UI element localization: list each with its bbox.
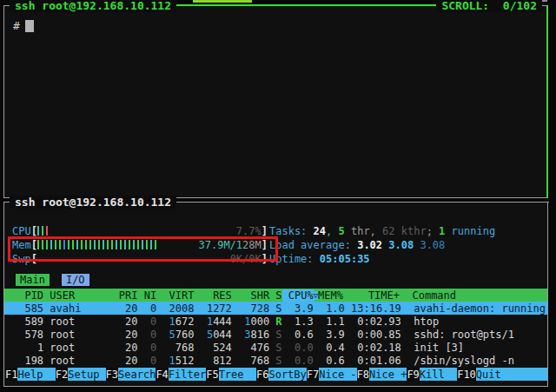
bottom-terminal-pane[interactable]: ssh root@192.168.10.112 CPU[ 7.7% ] Mem[… [3, 202, 548, 387]
cell-shr: 3816 [232, 329, 269, 341]
fkey-number: F5 [206, 368, 218, 381]
column-header-mem[interactable]: MEM% [318, 289, 343, 302]
fkey-f3[interactable]: F3Search [106, 368, 156, 381]
text-segment: S [275, 342, 281, 354]
text-segment: 0.6 [295, 329, 314, 341]
cell-res: 524 [194, 342, 231, 354]
top-pane-titlebar: ssh root@192.168.10.112 SCROLL: 0/102 [3, 0, 548, 12]
text-segment: /sbin/syslogd -n [414, 355, 514, 367]
fkey-f6[interactable]: F6SortBy [256, 368, 307, 381]
fkey-f4[interactable]: F4Filter [156, 368, 206, 381]
text-segment: htop [414, 316, 439, 328]
uptime: Uptime: 05:05:35 [269, 252, 370, 265]
cell-pri: 20 [113, 329, 138, 341]
text-segment: sshd: root@pts/1 [414, 329, 514, 341]
column-header-user[interactable]: USER [43, 289, 112, 302]
fkey-f7[interactable]: F7Nice - [307, 368, 357, 381]
text-segment: 578 [24, 329, 43, 341]
text-segment: S [275, 329, 281, 341]
text-segment: S [275, 355, 281, 367]
column-header-shr[interactable]: SHR [232, 289, 269, 302]
shell-prompt-line[interactable]: # [13, 19, 34, 32]
text-segment: 20 [125, 329, 137, 341]
process-table-header: PIDUSERPRINIVIRTRESSHRSCPU%▽MEM%TIME+Com… [4, 289, 547, 302]
text-segment: 2008 [169, 302, 195, 315]
top-terminal-pane[interactable]: ssh root@192.168.10.112 SCROLL: 0/102 # [3, 5, 548, 198]
text-segment: avahi-daemon: running [414, 302, 546, 315]
fkey-f8[interactable]: F8Nice + [357, 368, 407, 381]
scroll-label: SCROLL: [441, 0, 489, 12]
text-segment: 768 [175, 342, 195, 354]
process-row-198[interactable]: 198root2001512812768S0.00.60:01.06/sbin/… [4, 354, 547, 367]
cell-cpu: 0.6 [282, 329, 314, 341]
text-segment: 0 [150, 342, 156, 354]
column-header-s[interactable]: S [269, 289, 281, 302]
column-header-res[interactable]: RES [194, 289, 231, 302]
text-segment: 20 [125, 342, 137, 354]
text-segment: 5 [338, 225, 344, 237]
meter-bar-tick [37, 226, 39, 236]
cell-shr: 728 [232, 302, 269, 315]
scroll-indicator: SCROLL: 0/102 [436, 0, 542, 12]
text-segment: running [445, 225, 495, 237]
fkey-f2[interactable]: F2Setup [56, 368, 106, 381]
bottom-pane-titlebar: ssh root@192.168.10.112 [3, 195, 549, 209]
column-header-pid[interactable]: PID [12, 289, 43, 302]
process-row-589[interactable]: 589root200167214441000R1.31.10:02.93htop [4, 315, 547, 328]
cell-cmd: init [3] [401, 342, 464, 354]
cell-pid: 198 [12, 355, 43, 367]
pane-corner [543, 202, 549, 203]
text-segment: S [275, 289, 281, 302]
text-segment: 20 [125, 302, 137, 315]
cell-time: 13:16.19 [345, 302, 401, 315]
cell-ni: 0 [137, 355, 156, 367]
cell-cmd: sshd: root@pts/1 [401, 329, 514, 341]
tab-io[interactable]: I/O [62, 274, 89, 286]
text-segment: PID [24, 289, 43, 302]
cell-ni: 0 [137, 316, 156, 328]
text-segment: 0:02.18 [357, 342, 401, 354]
text-segment: 0 [150, 355, 156, 367]
column-header-cpu[interactable]: CPU% [282, 289, 314, 302]
text-segment: 476 [250, 342, 269, 354]
mem-highlight-annotation [8, 236, 278, 262]
cell-pid: 589 [12, 316, 43, 328]
cell-mem: 1.0 [320, 302, 345, 315]
fkey-f1[interactable]: F1Help [5, 368, 56, 381]
column-header-time[interactable]: TIME+ [343, 289, 400, 302]
text-segment: 589 [24, 316, 43, 328]
fkey-label: Help [17, 368, 55, 381]
tab-main[interactable]: Main [16, 274, 50, 286]
fkey-number: F1 [5, 368, 17, 381]
top-pane-title: ssh root@192.168.10.112 [10, 0, 176, 12]
cell-ni: 0 [137, 302, 156, 315]
column-header-ni[interactable]: NI [137, 289, 156, 302]
fkey-number: F8 [357, 368, 369, 381]
cell-cpu: 0.0 [282, 342, 314, 354]
process-row-1[interactable]: 1root200768524476S0.00.40:02.18init [3] [4, 341, 547, 354]
text-segment: TIME+ [368, 289, 400, 302]
text-segment: root [50, 342, 75, 354]
process-row-585[interactable]: 585avahi20020081272728S3.91.013:16.19ava… [4, 302, 547, 315]
text-segment: 1 [169, 355, 175, 367]
text-segment: 05:05:35 [320, 253, 370, 265]
column-header-command[interactable]: Command [400, 289, 456, 302]
process-row-578[interactable]: 578root200576050443816S0.63.90:00.85sshd… [4, 328, 547, 341]
cell-pri: 20 [113, 302, 138, 315]
text-segment: 816 [250, 329, 269, 341]
cell-res: 5044 [194, 329, 231, 341]
fkey-f9[interactable]: F9Kill [407, 368, 457, 381]
bottom-pane-title: ssh root@192.168.10.112 [10, 196, 176, 209]
text-segment: 0 [150, 316, 156, 328]
text-segment: ; [427, 225, 439, 237]
fkey-f5[interactable]: F5Tree [206, 368, 256, 381]
fkey-label: Filter [169, 368, 206, 381]
cell-user: root [43, 342, 112, 354]
column-header-pri[interactable]: PRI [113, 289, 138, 302]
text-segment: root [50, 316, 75, 328]
fkey-f10[interactable]: F10Quit [457, 368, 547, 381]
text-segment: 3.9 [295, 302, 314, 315]
text-segment: 768 [250, 355, 269, 367]
text-segment: avahi [50, 302, 81, 315]
column-header-virt[interactable]: VIRT [156, 289, 194, 302]
